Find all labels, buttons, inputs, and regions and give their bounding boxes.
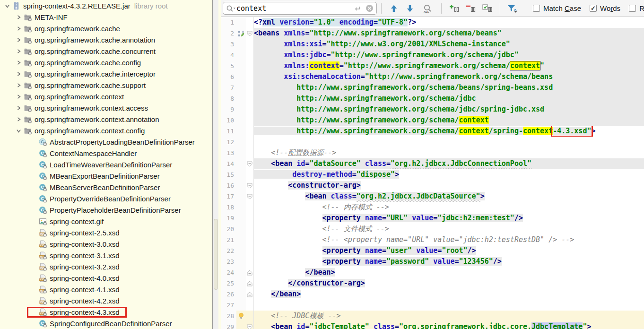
tree-item[interactable]: org.springframework.context.config (0, 125, 212, 136)
tree-item[interactable]: spring-context-4.3.2.RELEASE.jarlibrary … (0, 0, 212, 11)
search-field[interactable] (223, 2, 377, 15)
fold-marker[interactable] (246, 267, 254, 278)
tree-item[interactable]: org.springframework.cache.support (0, 79, 212, 91)
tree-item[interactable]: CSpringConfiguredBeanDefinitionParser (0, 318, 212, 329)
fold-marker[interactable] (246, 321, 254, 329)
code-token: bean (309, 192, 331, 200)
tree-item[interactable]: XSDspring-context-4.3.xsd (0, 306, 212, 318)
tree-item[interactable]: XSDspring-context-4.1.xsd (0, 284, 212, 295)
code-text: <property name="URL" value="jdbc:h2:mem:… (254, 213, 644, 224)
line-number: 24 (221, 267, 236, 278)
fold-marker[interactable] (246, 180, 254, 191)
tree-item[interactable]: org.springframework.cache (0, 23, 212, 34)
tree-item[interactable]: CPropertyPlaceholderBeanDefinitionParser (0, 204, 212, 216)
tree-item[interactable]: CLoadTimeWeaverBeanDefinitionParser (0, 159, 212, 170)
checkbox-icon[interactable] (533, 5, 540, 12)
previous-occurrence-icon[interactable] (390, 4, 398, 13)
add-occurrence-icon[interactable] (449, 4, 459, 12)
code-token (254, 51, 284, 59)
class-icon: C (39, 195, 47, 203)
chevron-closed-icon[interactable] (13, 105, 24, 111)
fold-marker[interactable] (246, 191, 254, 202)
chevron-closed-icon[interactable] (13, 37, 24, 43)
tree-item[interactable]: XSDspring-context-4.0.xsd (0, 272, 212, 284)
tree-item[interactable]: XSDspring-context-3.0.xsd (0, 238, 212, 250)
tree-item[interactable]: META-INF (0, 11, 212, 23)
line-number: 17 (221, 191, 236, 202)
code-text: http://www.springframework.org/schema/be… (254, 82, 644, 93)
clear-search-icon[interactable] (366, 4, 374, 12)
chevron-open-icon[interactable] (2, 3, 12, 9)
project-tree[interactable]: spring-context-4.3.2.RELEASE.jarlibrary … (0, 0, 213, 329)
tree-scrollbar-thumb[interactable] (214, 219, 218, 290)
code-token: > (587, 322, 591, 329)
code-token: value (433, 257, 454, 266)
fold-marker[interactable] (246, 28, 254, 39)
xsd-file-icon: XSD (39, 308, 47, 316)
tree-item[interactable]: XSDspring-context-4.2.xsd (0, 295, 212, 306)
code-token (254, 83, 296, 92)
code-token (254, 279, 288, 287)
tree-item[interactable]: CMBeanServerBeanDefinitionParser (0, 182, 212, 193)
tree-item[interactable]: spring-context.gif (0, 216, 212, 227)
tree-item-label: PropertyOverrideBeanDefinitionParser (50, 195, 171, 203)
code-token: " (540, 61, 544, 70)
tree-item[interactable]: CPropertyOverrideBeanDefinitionParser (0, 193, 212, 204)
chevron-closed-icon[interactable] (13, 26, 24, 32)
chevron-closed-icon[interactable] (13, 82, 24, 88)
chevron-closed-icon[interactable] (13, 48, 24, 54)
code-editor[interactable]: 1<?xml version="1.0" encoding="UTF-8"?>2… (221, 17, 644, 329)
newline-icon[interactable] (354, 5, 361, 12)
code-line: 11 http://www.springframework.org/schema… (221, 126, 644, 137)
match-case-label: Match Case (543, 4, 581, 12)
code-token: "http://www.w3.org/2001/XMLSchema-instan… (327, 40, 510, 48)
tree-item[interactable]: XSDspring-context-3.1.xsd (0, 250, 212, 261)
spring-config-icon[interactable] (236, 28, 246, 39)
intention-bulb-icon[interactable] (236, 311, 246, 321)
chevron-closed-icon[interactable] (13, 60, 24, 66)
select-all-occurrences-icon[interactable] (482, 4, 492, 12)
tree-item[interactable]: XSDspring-context-2.5.xsd (0, 227, 212, 238)
tree-item[interactable]: org.springframework.cache.interceptor (0, 68, 212, 79)
fold-marker[interactable] (246, 289, 254, 300)
fold-cell (246, 311, 254, 321)
tree-item[interactable]: org.springframework.cache.concurrent (0, 45, 212, 57)
tree-item[interactable]: XSDspring-context-3.2.xsd (0, 261, 212, 272)
fold-marker[interactable] (246, 158, 254, 169)
code-text: <property name="password" value="123456"… (254, 256, 644, 267)
tree-item[interactable]: org.springframework.context (0, 91, 212, 102)
tree-item[interactable]: org.springframework.cache.config (0, 57, 212, 68)
chevron-closed-icon[interactable] (13, 94, 24, 100)
regex-checkbox[interactable]: Regex (629, 4, 644, 12)
tree-item[interactable]: CContextNamespaceHandler (0, 147, 212, 159)
next-occurrence-icon[interactable] (406, 4, 414, 13)
find-all-icon[interactable]: ALL (422, 4, 433, 13)
search-input[interactable] (236, 4, 354, 13)
chevron-closed-icon[interactable] (13, 71, 24, 77)
tree-item[interactable]: CAbstractPropertyLoadingBeanDefinitionPa… (0, 136, 212, 147)
code-token: /spring- (489, 127, 523, 135)
search-icon[interactable] (226, 5, 236, 12)
tree-item[interactable]: org.springframework.context.annotation (0, 113, 212, 125)
filter-icon[interactable] (507, 4, 518, 13)
chevron-open-icon[interactable] (13, 128, 24, 134)
tree-item[interactable]: org.springframework.cache.annotation (0, 34, 212, 45)
gutter-icon-cell (236, 300, 246, 311)
chevron-closed-icon[interactable] (13, 116, 24, 122)
code-token: property (327, 246, 365, 255)
checkbox-icon[interactable]: ✓ (590, 5, 597, 12)
line-number: 25 (221, 278, 236, 289)
chevron-closed-icon[interactable] (13, 14, 24, 20)
code-token (254, 246, 322, 255)
tree-scrollbar[interactable] (213, 0, 218, 329)
tree-item[interactable]: org.springframework.context.access (0, 102, 212, 113)
code-token: value (416, 246, 437, 255)
code-token: "root" (442, 246, 467, 255)
words-checkbox[interactable]: ✓Words (590, 4, 620, 12)
checkbox-icon[interactable] (629, 5, 636, 12)
tree-item[interactable]: CMBeanExportBeanDefinitionParser (0, 170, 212, 182)
code-text: http://www.springframework.org/schema/co… (254, 115, 644, 126)
remove-occurrence-icon[interactable] (466, 4, 476, 12)
fold-marker[interactable] (246, 278, 254, 289)
match-case-checkbox[interactable]: Match Case (533, 4, 581, 12)
